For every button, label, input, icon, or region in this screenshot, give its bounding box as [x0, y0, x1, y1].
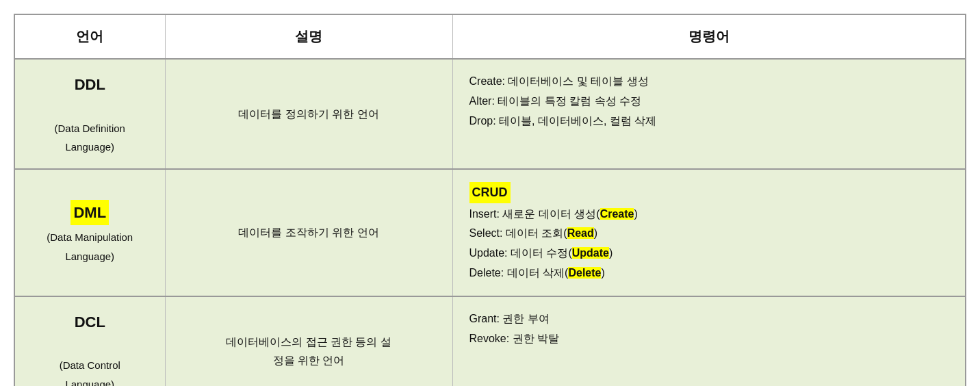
- cmd-line: Update: 데이터 수정(Update): [469, 244, 949, 263]
- main-table: 언어 설명 명령어 DDL(Data Definition Language)데…: [14, 14, 966, 386]
- cmd-cell: CRUDInsert: 새로운 데이터 생성(Create)Select: 데이…: [452, 169, 966, 296]
- cmd-line: Insert: 새로운 데이터 생성(Create): [469, 205, 949, 224]
- cmd-line: Grant: 권한 부여: [469, 309, 949, 329]
- highlight-word: Delete: [568, 267, 601, 279]
- lang-name: DDL: [31, 72, 149, 97]
- cmd-line: Create: 데이터베이스 및 테이블 생성: [469, 72, 949, 92]
- desc-cell: 데이터베이스의 접근 권한 등의 설 정을 위한 언어: [165, 296, 452, 386]
- highlight-word: Read: [567, 227, 594, 239]
- header-lang: 언어: [14, 14, 165, 59]
- header-row: 언어 설명 명령어: [14, 14, 966, 59]
- highlight-word: Create: [600, 208, 634, 220]
- lang-cell: DDL(Data Definition Language): [14, 59, 165, 169]
- lang-full: (Data Manipulation Language): [47, 231, 133, 261]
- lang-cell: DCL(Data Control Language): [14, 296, 165, 386]
- cmd-line: Delete: 데이터 삭제(Delete): [469, 263, 949, 283]
- cmd-cell: Create: 데이터베이스 및 테이블 생성Alter: 테이블의 특정 칼럼…: [452, 59, 966, 169]
- highlight-word: Update: [572, 247, 609, 259]
- lang-name: DML: [70, 200, 109, 225]
- lang-full: (Data Definition Language): [55, 123, 125, 153]
- crud-label: CRUD: [469, 182, 511, 203]
- table-row: DML(Data Manipulation Language)데이터를 조작하기…: [14, 169, 966, 296]
- header-cmd: 명령어: [452, 14, 966, 59]
- lang-cell: DML(Data Manipulation Language): [14, 169, 165, 296]
- table-container: 언어 설명 명령어 DDL(Data Definition Language)데…: [0, 0, 980, 386]
- desc-cell: 데이터를 조작하기 위한 언어: [165, 169, 452, 296]
- cmd-cell: Grant: 권한 부여Revoke: 권한 박탈: [452, 296, 966, 386]
- cmd-line: Revoke: 권한 박탈: [469, 329, 949, 349]
- cmd-line: Select: 데이터 조회(Read): [469, 224, 949, 244]
- lang-full: (Data Control Language): [60, 359, 120, 386]
- lang-name: DCL: [31, 309, 149, 335]
- table-row: DCL(Data Control Language)데이터베이스의 접근 권한 …: [14, 296, 966, 386]
- table-row: DDL(Data Definition Language)데이터를 정의하기 위…: [14, 59, 966, 169]
- header-desc: 설명: [165, 14, 452, 59]
- desc-cell: 데이터를 정의하기 위한 언어: [165, 59, 452, 169]
- cmd-line: Drop: 테이블, 데이터베이스, 컬럼 삭제: [469, 112, 949, 131]
- cmd-line: Alter: 테이블의 특정 칼럼 속성 수정: [469, 92, 949, 112]
